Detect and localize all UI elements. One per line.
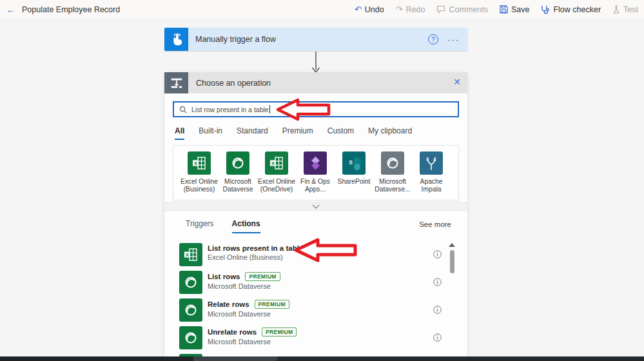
close-icon[interactable]: ✕	[453, 77, 461, 87]
excel-icon: X	[179, 243, 202, 266]
action-title: List rows	[208, 273, 240, 280]
action-title: List rows present in a table	[208, 244, 303, 252]
action-relate-rows[interactable]: Relate rows PREMIUM Microsoft Dataverse	[164, 297, 467, 324]
panel-header: Choose an operation ✕	[164, 72, 467, 93]
trigger-card-manually-trigger-flow[interactable]: Manually trigger a flow ? ···	[164, 28, 467, 51]
tab-custom[interactable]: Custom	[327, 126, 354, 140]
taskbar-segment	[0, 356, 193, 361]
excel-icon: X	[265, 151, 288, 175]
text-cursor	[269, 105, 270, 113]
test-button[interactable]: Test	[607, 0, 644, 19]
tab-premium[interactable]: Premium	[282, 126, 313, 140]
ellipsis-menu-icon[interactable]: ···	[447, 35, 460, 44]
svg-text:X: X	[271, 161, 275, 166]
save-button[interactable]: Save	[494, 0, 536, 19]
connector-fin-ops-apps[interactable]: Fin & Ops Apps...	[296, 151, 335, 200]
tab-my-clipboard[interactable]: My clipboard	[368, 126, 412, 140]
connector-microsoft-dataverse[interactable]: Microsoft Dataverse	[219, 151, 257, 200]
info-icon[interactable]	[433, 249, 442, 261]
scroll-up-icon[interactable]	[449, 243, 455, 247]
top-bar: ← Populate Employee Record ↶ Undo ↷ Redo…	[0, 0, 644, 19]
comments-button[interactable]: Comments	[431, 0, 493, 19]
dataverse-icon	[179, 326, 202, 349]
undo-label: Undo	[365, 5, 384, 14]
tab-all[interactable]: All	[175, 126, 184, 140]
fin-ops-icon	[304, 151, 327, 175]
search-query-text: List row present in a table	[191, 106, 269, 113]
comments-icon	[436, 5, 445, 14]
flow-checker-icon	[541, 5, 550, 14]
flow-checker-label: Flow checker	[553, 5, 601, 14]
chevron-down-icon	[312, 204, 320, 209]
manual-trigger-hand-icon	[164, 28, 188, 51]
result-type-tabs: Triggers Actions	[186, 219, 260, 233]
sharepoint-icon: S	[342, 151, 366, 175]
taskbar-segment	[193, 356, 277, 361]
undo-button[interactable]: ↶ Undo	[349, 0, 390, 19]
info-icon[interactable]	[433, 277, 442, 289]
trigger-card-title: Manually trigger a flow	[188, 35, 276, 44]
trigger-card-controls: ? ···	[428, 34, 467, 44]
connector-sharepoint[interactable]: S SharePoint	[335, 151, 373, 200]
connector-apache-impala[interactable]: Apache Impala	[412, 151, 451, 200]
flow-checker-button[interactable]: Flow checker	[535, 0, 607, 19]
action-subtitle: Microsoft Dataverse	[208, 310, 289, 318]
premium-badge: PREMIUM	[262, 327, 297, 337]
toolbar: ↶ Undo ↷ Redo Comments Save	[349, 0, 644, 19]
tab-actions[interactable]: Actions	[232, 219, 260, 233]
connector-excel-online-business[interactable]: X Excel Online (Business)	[180, 151, 219, 200]
dataverse-icon	[226, 151, 249, 175]
action-results-list: X List rows present in a table Excel Onl…	[164, 241, 467, 352]
help-icon[interactable]: ?	[428, 34, 438, 44]
undo-icon: ↶	[355, 5, 362, 14]
action-subtitle: Microsoft Dataverse	[208, 282, 280, 290]
dataverse-gray-icon	[381, 151, 404, 175]
action-title: Unrelate rows	[208, 328, 257, 336]
action-list-rows-present-in-a-table[interactable]: X List rows present in a table Excel Onl…	[164, 241, 467, 269]
action-subtitle: Microsoft Dataverse	[208, 338, 297, 346]
action-unrelate-rows[interactable]: Unrelate rows PREMIUM Microsoft Datavers…	[164, 324, 467, 352]
power-automate-designer: ← Populate Employee Record ↶ Undo ↷ Redo…	[0, 0, 644, 361]
tab-triggers[interactable]: Triggers	[186, 219, 214, 233]
category-tabs: All Built-in Standard Premium Custom My …	[175, 126, 412, 140]
redo-label: Redo	[406, 5, 425, 14]
action-subtitle: Excel Online (Business)	[208, 253, 303, 261]
panel-title: Choose an operation	[188, 79, 271, 88]
redo-icon: ↷	[396, 5, 403, 14]
dataverse-icon	[179, 298, 202, 322]
tab-standard[interactable]: Standard	[237, 126, 268, 140]
connector-results: X Excel Online (Business) Microsoft Data…	[173, 145, 459, 200]
info-icon[interactable]	[433, 305, 442, 317]
redo-button[interactable]: ↷ Redo	[390, 0, 431, 19]
test-flask-icon	[612, 5, 620, 14]
scrollbar-thumb[interactable]	[450, 250, 454, 273]
operation-step-icon	[164, 72, 188, 93]
action-title: Relate rows	[208, 300, 249, 308]
operation-search-input[interactable]: List row present in a table	[173, 101, 459, 117]
dataverse-icon	[179, 271, 202, 294]
svg-text:X: X	[194, 161, 198, 166]
save-label: Save	[511, 5, 530, 14]
expand-connectors-bar[interactable]	[164, 202, 467, 211]
connector-microsoft-dataverse-2[interactable]: Microsoft Dataverse...	[373, 151, 412, 200]
svg-text:S: S	[349, 159, 353, 166]
premium-badge: PREMIUM	[245, 272, 280, 281]
impala-icon	[420, 151, 443, 175]
connector-excel-online-onedrive[interactable]: X Excel Online (OneDrive)	[257, 151, 296, 200]
action-list-rows[interactable]: List rows PREMIUM Microsoft Dataverse	[164, 269, 467, 297]
info-icon[interactable]	[433, 333, 442, 344]
save-icon	[500, 5, 508, 14]
results-scrollbar[interactable]	[449, 243, 455, 354]
tab-built-in[interactable]: Built-in	[199, 126, 222, 140]
taskbar-strip	[0, 356, 644, 361]
svg-text:X: X	[186, 252, 190, 258]
comments-label: Comments	[449, 5, 487, 14]
back-arrow-icon[interactable]: ←	[0, 4, 22, 15]
excel-icon: X	[188, 151, 211, 175]
premium-badge: PREMIUM	[255, 300, 289, 309]
test-label: Test	[623, 5, 638, 14]
see-more-link[interactable]: See more	[419, 220, 451, 228]
search-icon	[179, 106, 187, 113]
choose-operation-panel: Choose an operation ✕ List row present i…	[164, 72, 467, 356]
flow-title: Populate Employee Record	[22, 5, 120, 14]
